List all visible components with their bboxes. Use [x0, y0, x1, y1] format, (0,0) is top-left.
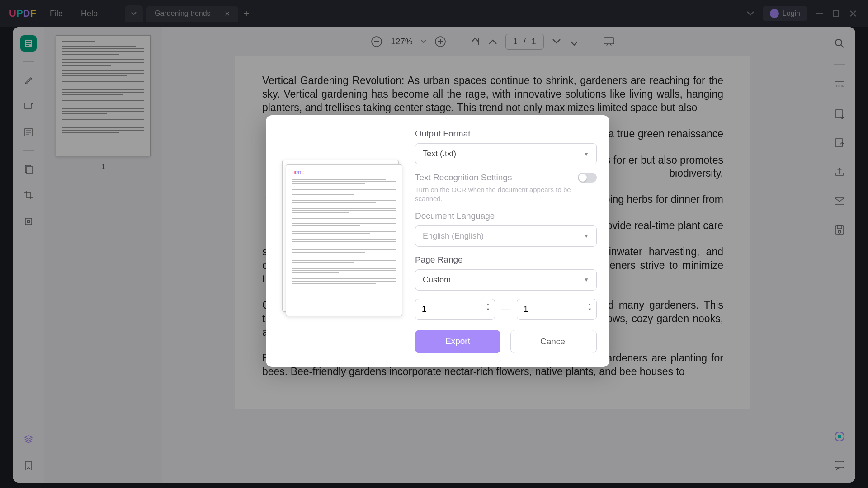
dialog-preview: UPDF	[275, 124, 410, 353]
output-format-select[interactable]: Text (.txt) ▼	[415, 143, 597, 164]
output-format-value: Text (.txt)	[423, 149, 456, 159]
page-range-value: Custom	[423, 275, 451, 285]
chevron-down-icon: ▼	[584, 151, 589, 157]
document-language-select[interactable]: English (English) ▼	[415, 225, 597, 247]
dialog-form: Output Format Text (.txt) ▼ Text Recogni…	[410, 124, 601, 353]
chevron-down-icon: ▼	[584, 233, 589, 239]
export-button[interactable]: Export	[415, 330, 500, 353]
chevron-down-icon: ▼	[584, 277, 589, 283]
range-dash: —	[501, 304, 510, 314]
ocr-hint: Turn on the OCR when the document appear…	[415, 185, 597, 204]
ocr-settings-label: Text Recognition Settings	[415, 173, 512, 183]
document-language-value: English (English)	[423, 231, 484, 241]
export-dialog: UPDF Output Format Text (.txt) ▼ Text	[266, 115, 609, 367]
ocr-toggle[interactable]	[578, 173, 597, 183]
cancel-button[interactable]: Cancel	[510, 330, 597, 353]
page-range-to-input[interactable]: 1 ▲▼	[517, 299, 597, 320]
page-range-label: Page Range	[415, 255, 597, 265]
output-format-label: Output Format	[415, 129, 597, 139]
page-range-select[interactable]: Custom ▼	[415, 269, 597, 291]
document-language-label: Document Language	[415, 211, 597, 221]
page-range-from-input[interactable]: 1 ▲▼	[415, 299, 495, 320]
spinner-down-icon[interactable]: ▼	[588, 307, 592, 312]
spinner-up-icon[interactable]: ▲	[486, 302, 490, 306]
spinner-down-icon[interactable]: ▼	[486, 307, 490, 312]
spinner-up-icon[interactable]: ▲	[588, 302, 592, 306]
